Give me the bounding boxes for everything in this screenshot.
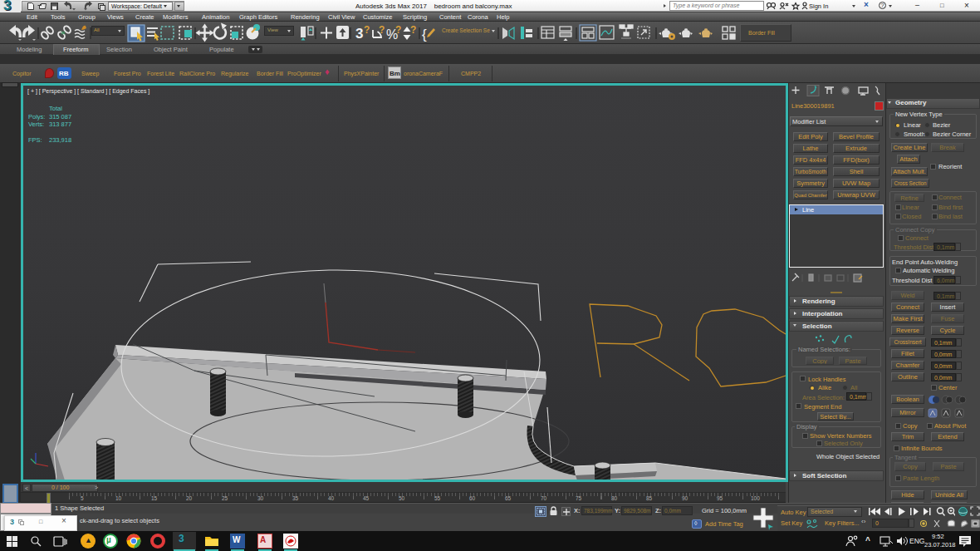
svg-text:313 877: 313 877: [49, 121, 71, 128]
svg-text:?: ?: [395, 24, 401, 36]
svg-text:{: {: [422, 27, 427, 42]
svg-text:?: ?: [364, 24, 370, 36]
svg-text:315 087: 315 087: [49, 113, 71, 121]
svg-text:?: ?: [379, 24, 385, 36]
svg-text:3: 3: [355, 26, 363, 42]
svg-text:Polys:: Polys:: [28, 113, 45, 121]
svg-text:?: ?: [410, 24, 416, 36]
svg-text:Total: Total: [49, 105, 62, 112]
svg-text:FPS:: FPS:: [28, 136, 42, 144]
svg-text:[ + ] [ Perspective ] [ Standa: [ + ] [ Perspective ] [ Standard ] [ Edg…: [27, 88, 149, 95]
svg-text:Verts:: Verts:: [28, 121, 44, 128]
svg-text:233,918: 233,918: [49, 136, 71, 144]
